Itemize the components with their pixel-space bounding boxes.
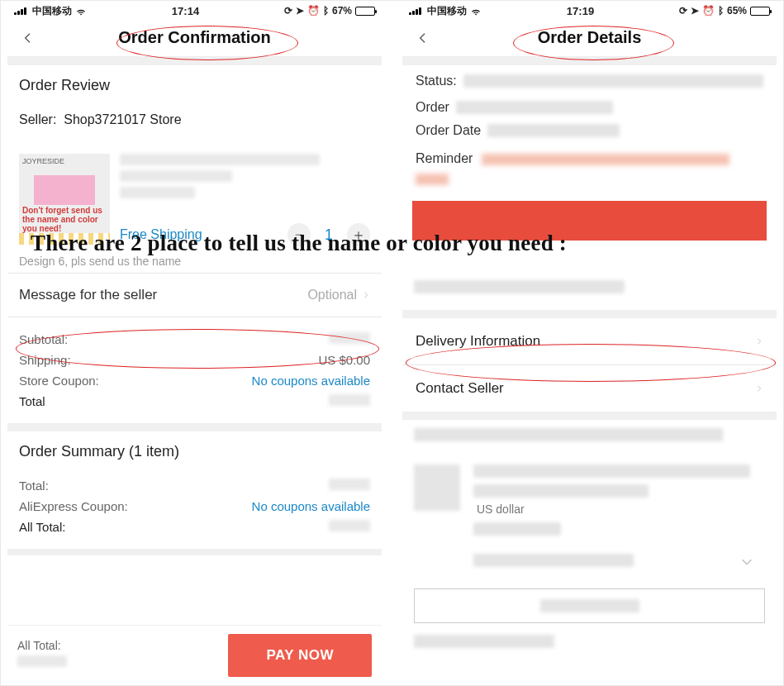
pay-now-button[interactable]: PAY NOW <box>228 634 372 677</box>
status-bar: 中国移动 17:14 ⟳ ➤ ⏰ ᛒ 67% <box>7 1 382 19</box>
status-time: 17:14 <box>172 5 199 17</box>
battery-percent: 67% <box>332 5 352 17</box>
order-summary-heading: Order Summary (1 item) <box>19 443 370 460</box>
shipping-link[interactable]: Free Shipping <box>120 227 202 242</box>
signal-icon <box>409 7 424 15</box>
seller-name: Shop3721017 Store <box>64 112 181 126</box>
store-coupon-link[interactable]: No coupons available <box>252 374 370 388</box>
shipping-value: US $0.00 <box>318 353 370 367</box>
order-action-button[interactable] <box>414 588 765 623</box>
nav-header: Order Details <box>402 19 777 57</box>
page-title: Order Confirmation <box>7 28 382 47</box>
bluetooth-icon: ᛒ <box>718 5 724 17</box>
signal-icon <box>14 7 29 15</box>
alarm-icon: ⏰ <box>307 5 320 17</box>
contact-seller-label: Contact Seller <box>416 380 504 397</box>
checkout-footer: All Total: PAY NOW <box>7 625 382 685</box>
ali-coupon-link[interactable]: No coupons available <box>252 499 370 513</box>
currency-note: US dollar <box>477 503 765 516</box>
all-total-label: All Total: <box>19 520 65 534</box>
qty-plus-button[interactable]: ＋ <box>347 223 370 246</box>
carrier-label: 中国移动 <box>427 4 467 18</box>
store-coupon-label: Store Coupon: <box>19 374 99 388</box>
reminder-label: Reminder <box>416 151 473 165</box>
product-item[interactable]: JOYRESIDE Don't forget send us the name … <box>7 139 382 255</box>
wifi-icon <box>75 5 87 17</box>
shipping-label: Shipping: <box>19 353 71 367</box>
nav-header: Order Confirmation <box>7 19 382 57</box>
message-seller-row[interactable]: Message for the seller Optional <box>7 274 382 317</box>
thumb-note: Don't forget send us the name and color … <box>19 204 110 233</box>
message-seller-hint: Optional <box>307 288 357 303</box>
status-bar: 中国移动 17:19 ⟳ ➤ ⏰ ᛒ 65% <box>402 1 777 19</box>
status-time: 17:19 <box>567 5 594 17</box>
location-icon: ➤ <box>296 5 304 17</box>
contact-seller-row[interactable]: Contact Seller <box>402 365 777 412</box>
order-label: Order <box>416 100 449 115</box>
battery-percent: 65% <box>727 5 747 17</box>
chevron-right-icon <box>755 383 763 394</box>
rotation-lock-icon: ⟳ <box>679 5 687 17</box>
order-date-label: Order Date <box>416 123 481 138</box>
chevron-down-icon[interactable] <box>740 555 765 572</box>
summary-total-label: Total: <box>19 479 49 493</box>
order-summary-section: Order Summary (1 item) <box>7 431 382 472</box>
chevron-right-icon <box>362 289 370 301</box>
order-review-heading: Order Review <box>19 77 370 94</box>
bluetooth-icon: ᛒ <box>323 5 329 17</box>
back-button[interactable] <box>14 24 42 52</box>
total-label: Total <box>19 394 45 408</box>
carrier-label: 中国移动 <box>32 4 72 18</box>
phone-order-details: 中国移动 17:19 ⟳ ➤ ⏰ ᛒ 65% Order Details Sta… <box>402 1 777 685</box>
footer-all-total-label: All Total: <box>17 639 67 652</box>
variant-note: Design 6, pls send us the name <box>7 255 382 273</box>
alarm-icon: ⏰ <box>702 5 715 17</box>
status-label: Status: <box>416 74 457 88</box>
thumb-brand: JOYRESIDE <box>22 157 110 165</box>
message-seller-label: Message for the seller <box>19 287 157 303</box>
seller-label: Seller: <box>19 112 56 126</box>
location-icon: ➤ <box>691 5 699 17</box>
battery-icon <box>750 7 770 16</box>
order-product-item[interactable]: US dollar <box>402 458 777 580</box>
subtotal-label: Subtotal: <box>19 332 68 346</box>
qty-value: 1 <box>322 226 335 244</box>
reminder-banner <box>412 201 767 241</box>
rotation-lock-icon: ⟳ <box>284 5 292 17</box>
chevron-right-icon <box>755 336 763 347</box>
delivery-info-row[interactable]: Delivery Information <box>402 318 777 364</box>
product-thumbnail: JOYRESIDE Don't forget send us the name … <box>19 154 110 245</box>
delivery-info-label: Delivery Information <box>416 333 540 350</box>
ali-coupon-label: AliExpress Coupon: <box>19 499 128 513</box>
product-thumbnail <box>414 464 460 511</box>
page-title: Order Details <box>402 28 777 47</box>
qty-minus-button[interactable]: − <box>287 223 311 246</box>
phone-order-confirmation: 中国移动 17:14 ⟳ ➤ ⏰ ᛒ 67% Order Confirmatio… <box>7 1 382 685</box>
order-review-section: Order Review Seller: Shop3721017 Store <box>7 65 382 139</box>
battery-icon <box>355 7 375 16</box>
price-breakdown: Subtotal: Shipping:US $0.00 Store Coupon… <box>7 317 382 423</box>
back-button[interactable] <box>409 24 437 52</box>
wifi-icon <box>470 5 482 17</box>
